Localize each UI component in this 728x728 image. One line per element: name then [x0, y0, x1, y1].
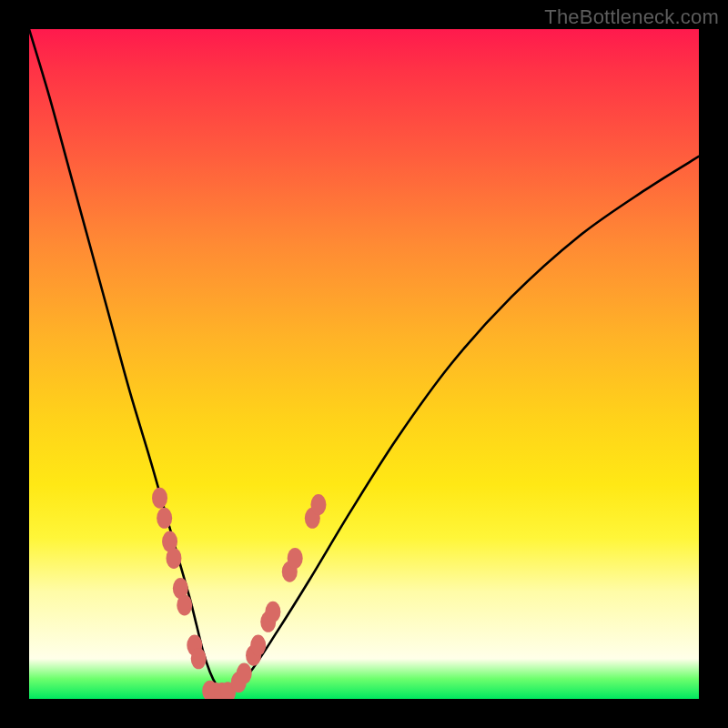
marker-dot	[237, 663, 252, 684]
plot-area	[29, 29, 699, 699]
marker-dot	[265, 602, 280, 622]
marker-dot	[166, 548, 181, 569]
marker-dot	[152, 488, 167, 509]
watermark-text: TheBottleneck.com	[544, 5, 719, 29]
chart-svg	[29, 29, 699, 699]
marker-dot	[310, 494, 326, 515]
chart-frame: TheBottleneck.com	[0, 0, 728, 728]
bottleneck-curve	[29, 29, 699, 694]
marker-dot	[250, 635, 266, 656]
marker-dot	[191, 648, 207, 669]
marker-dot	[288, 548, 303, 569]
marker-dot	[157, 508, 172, 529]
marker-dot	[177, 594, 192, 615]
